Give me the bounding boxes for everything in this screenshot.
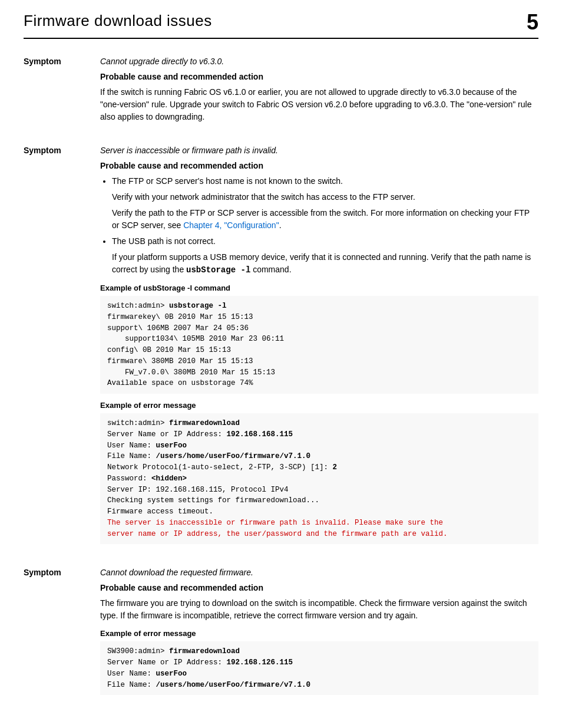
code-user-3: userFoo (156, 670, 187, 678)
symptom-text-2: Server is inaccessible or firmware path … (100, 146, 538, 155)
probable-cause-heading-1: Probable cause and recommended action (100, 72, 538, 81)
code-user-2: userFoo (156, 442, 187, 450)
code-cmd-2: firmwaredownload (169, 419, 240, 427)
probable-cause-heading-3: Probable cause and recommended action (100, 583, 538, 592)
symptom-block-2: Symptom Server is inaccessible or firmwa… (24, 146, 538, 551)
page-title: Firmware download issues (24, 12, 212, 30)
sub-text-2-2-1: If your platform supports a USB memory d… (112, 251, 538, 276)
body-text-3: The firmware you are trying to download … (100, 597, 538, 622)
code-block-usb: switch:admin> usbstorage -l firmwarekey\… (100, 296, 538, 394)
bullet-item-2-1: The FTP or SCP server's host name is not… (112, 175, 538, 232)
symptom-content-1: Cannot upgrade directly to v6.3.0. Proba… (100, 57, 538, 129)
symptom-text-1: Cannot upgrade directly to v6.3.0. (100, 57, 538, 66)
bullet-list-2: The FTP or SCP server's host name is not… (112, 175, 538, 276)
symptom-label-1: Symptom (24, 57, 100, 66)
symptom-content-2: Server is inaccessible or firmware path … (100, 146, 538, 551)
sub-text-2-1-1: Verify with your network administrator t… (112, 191, 538, 203)
inline-code-usb: usbStorage -l (186, 265, 250, 275)
example-heading-2-2: Example of error message (100, 401, 538, 410)
bullet-item-2-2: The USB path is not correct. If your pla… (112, 235, 538, 276)
symptom-text-3: Cannot download the requested firmware. (100, 568, 538, 577)
code-cmd-3: firmwaredownload (169, 647, 240, 655)
symptom-block-3: Symptom Cannot download the requested fi… (24, 568, 538, 702)
code-file-3: /users/home/userFoo/firmware/v7.1.0 (156, 681, 311, 689)
code-bold-usb: usbstorage -l (169, 302, 227, 310)
symptom-content-3: Cannot download the requested firmware. … (100, 568, 538, 702)
page-header: Firmware download issues 5 (24, 12, 538, 39)
bullet-text-2-1: The FTP or SCP server's host name is not… (112, 176, 343, 186)
content-area: Symptom Cannot upgrade directly to v6.3.… (24, 57, 538, 702)
symptom-label-2: Symptom (24, 146, 100, 155)
code-file-2: /users/home/userFoo/firmware/v7.1.0 (156, 452, 311, 460)
body-text-1: If the switch is running Fabric OS v6.1.… (100, 86, 538, 123)
symptom-label-3: Symptom (24, 568, 100, 577)
code-ip-3: 192.168.126.115 (227, 658, 293, 667)
page-number: 5 (527, 12, 538, 33)
code-block-error-3: SW3900:admin> firmwaredownload Server Na… (100, 641, 538, 695)
sub-text-2-1-2: Verify the path to the FTP or SCP server… (112, 207, 538, 232)
symptom-block-1: Symptom Cannot upgrade directly to v6.3.… (24, 57, 538, 129)
bullet-text-2-2: The USB path is not correct. (112, 236, 216, 246)
probable-cause-heading-2: Probable cause and recommended action (100, 161, 538, 170)
example-heading-2-1: Example of usbStorage -l command (100, 284, 538, 292)
code-block-error-2: switch:admin> firmwaredownload Server Na… (100, 413, 538, 544)
example-heading-3-1: Example of error message (100, 629, 538, 638)
code-pw-2: <hidden> (151, 475, 187, 483)
code-proto-2: 2 (333, 463, 338, 472)
code-ip-2: 192.168.168.115 (227, 430, 293, 439)
chapter-link[interactable]: Chapter 4, "Configuration" (183, 220, 279, 230)
code-error-msg-2: The server is inaccessible or firmware p… (107, 519, 448, 538)
